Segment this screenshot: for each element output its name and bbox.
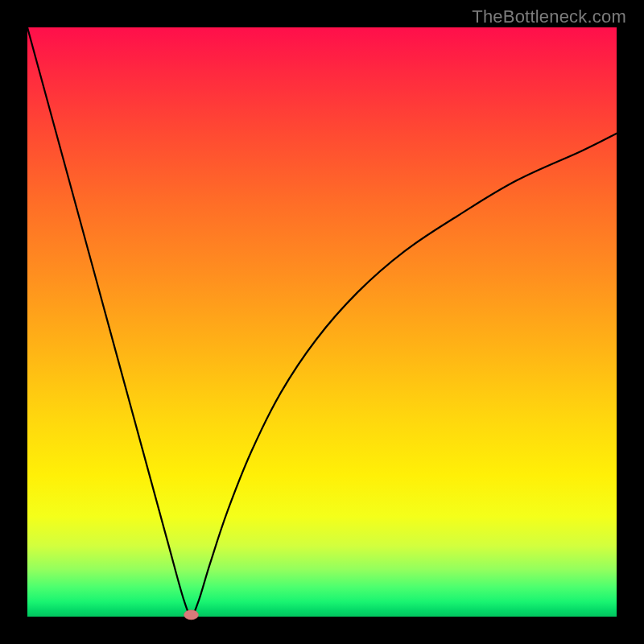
chart-svg — [27, 27, 617, 617]
minimum-marker — [184, 610, 199, 620]
bottleneck-curve — [27, 27, 617, 615]
chart-frame: TheBottleneck.com — [0, 0, 644, 644]
plot-area — [27, 27, 617, 617]
watermark-text: TheBottleneck.com — [472, 6, 626, 27]
